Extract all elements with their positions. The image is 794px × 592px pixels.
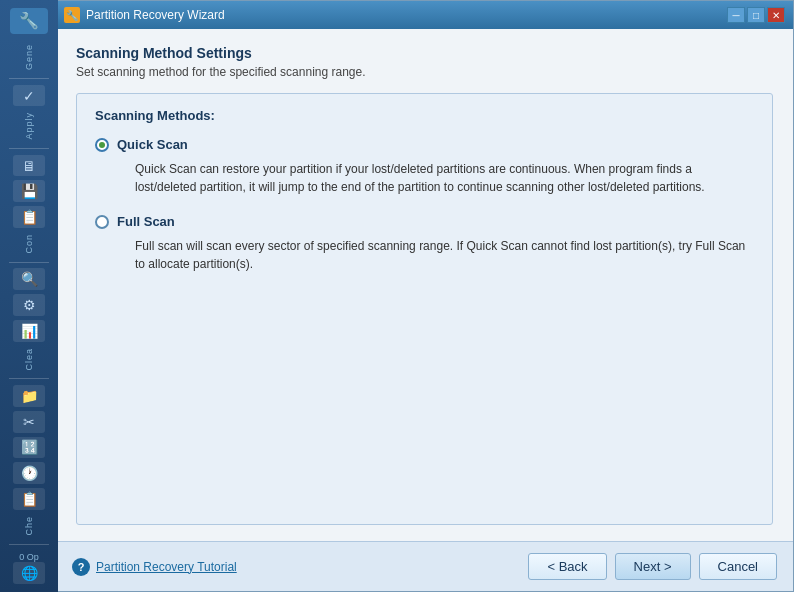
sidebar-top-icon[interactable]: 🔧 <box>10 8 48 34</box>
full-scan-radio[interactable] <box>95 215 109 229</box>
sidebar-icon3[interactable]: 📋 <box>13 206 45 228</box>
header-title: Scanning Method Settings <box>76 45 773 61</box>
title-bar-icon: 🔧 <box>64 7 80 23</box>
title-bar-text: Partition Recovery Wizard <box>86 8 727 22</box>
left-sidebar: 🔧 Gene ✓ Apply 🖥 💾 📋 Con 🔍 ⚙ 📊 Clea 📁 ✂ … <box>0 0 58 592</box>
quick-scan-description: Quick Scan can restore your partition if… <box>135 160 754 196</box>
full-scan-description: Full scan will scan every sector of spec… <box>135 237 754 273</box>
sidebar-icon4[interactable]: ⚙ <box>13 294 45 316</box>
next-button[interactable]: Next > <box>615 553 691 580</box>
sidebar-icon8[interactable]: 🕐 <box>13 462 45 484</box>
sidebar-label-apply: Apply <box>24 112 34 140</box>
sidebar-icon2[interactable]: 💾 <box>13 180 45 202</box>
header-subtitle: Set scanning method for the specified sc… <box>76 65 773 79</box>
bottom-bar: ? Partition Recovery Tutorial < Back Nex… <box>56 541 793 591</box>
cancel-button[interactable]: Cancel <box>699 553 777 580</box>
sidebar-bottom-icon[interactable]: 🌐 <box>13 562 45 584</box>
sidebar-icon7[interactable]: 🔢 <box>13 437 45 459</box>
quick-scan-option[interactable]: Quick Scan Quick Scan can restore your p… <box>95 137 754 196</box>
full-scan-option[interactable]: Full Scan Full scan will scan every sect… <box>95 214 754 273</box>
sidebar-con-icon[interactable]: 🖥 <box>13 155 45 177</box>
title-bar-controls: ─ □ ✕ <box>727 7 785 23</box>
sidebar-label-clea: Clea <box>24 348 34 371</box>
bottom-buttons: < Back Next > Cancel <box>528 553 777 580</box>
quick-scan-radio[interactable] <box>95 138 109 152</box>
title-bar: 🔧 Partition Recovery Wizard ─ □ ✕ <box>56 1 793 29</box>
sidebar-che-icon[interactable]: 📁 <box>13 385 45 407</box>
sidebar-icon6[interactable]: ✂ <box>13 411 45 433</box>
sidebar-label-che: Che <box>24 516 34 536</box>
header-section: Scanning Method Settings Set scanning me… <box>76 45 773 79</box>
sidebar-clea-icon[interactable]: 🔍 <box>13 268 45 290</box>
sidebar-icon5[interactable]: 📊 <box>13 320 45 342</box>
scanning-box-title: Scanning Methods: <box>95 108 754 123</box>
dialog-content: Scanning Method Settings Set scanning me… <box>56 29 793 541</box>
full-scan-text: Full Scan <box>117 214 175 229</box>
sidebar-apply-icon[interactable]: ✓ <box>13 85 45 107</box>
tutorial-link[interactable]: ? Partition Recovery Tutorial <box>72 558 237 576</box>
sidebar-icon9[interactable]: 📋 <box>13 488 45 510</box>
sidebar-label-con: Con <box>24 234 34 254</box>
minimize-button[interactable]: ─ <box>727 7 745 23</box>
sidebar-label-gene: Gene <box>24 44 34 70</box>
close-button[interactable]: ✕ <box>767 7 785 23</box>
dialog-window: 🔧 Partition Recovery Wizard ─ □ ✕ Scanni… <box>55 0 794 592</box>
tutorial-link-text: Partition Recovery Tutorial <box>96 560 237 574</box>
sidebar-ops-count: 0 Op <box>19 552 39 562</box>
maximize-button[interactable]: □ <box>747 7 765 23</box>
full-scan-label[interactable]: Full Scan <box>95 214 754 229</box>
scanning-methods-box: Scanning Methods: Quick Scan Quick Scan … <box>76 93 773 525</box>
help-icon: ? <box>72 558 90 576</box>
quick-scan-text: Quick Scan <box>117 137 188 152</box>
back-button[interactable]: < Back <box>528 553 606 580</box>
quick-scan-label[interactable]: Quick Scan <box>95 137 754 152</box>
